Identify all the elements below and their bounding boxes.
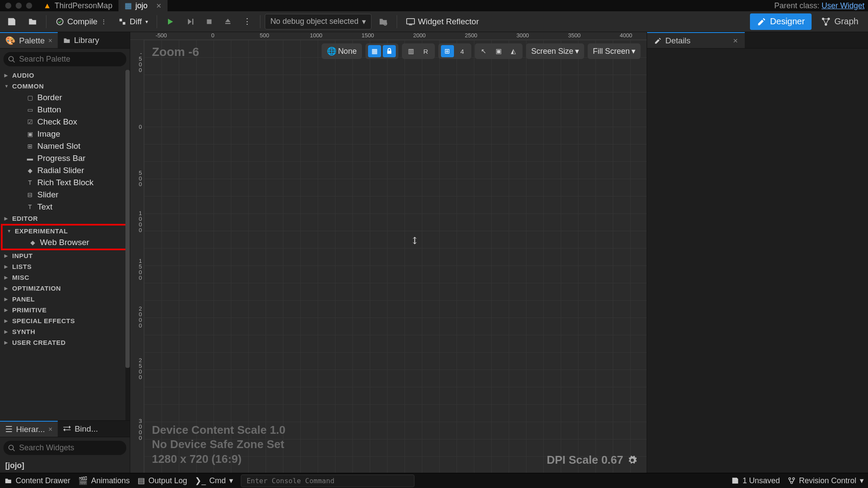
find-button[interactable] (374, 14, 392, 29)
scrollbar-thumb[interactable] (125, 70, 130, 368)
svg-rect-4 (409, 24, 412, 25)
chevron-down-icon[interactable]: ▾ (145, 19, 148, 25)
screen-size-dropdown[interactable]: Screen Size ▾ (526, 43, 584, 59)
minimize-window-dot[interactable] (16, 3, 22, 9)
category-user-created[interactable]: ▶USER CREATED (0, 337, 130, 348)
step-button[interactable] (181, 14, 199, 29)
designer-mode-button[interactable]: Designer (750, 13, 812, 30)
close-icon[interactable]: × (49, 426, 53, 433)
grid-value[interactable]: 4 (456, 45, 469, 57)
tab-library[interactable]: Library (58, 32, 105, 48)
palette-item-text[interactable]: TText (0, 201, 130, 213)
hierarchy-search-input[interactable] (19, 443, 122, 452)
designer-canvas[interactable]: Zoom -6 ⤡ Device Content Scale 1.0 No De… (144, 40, 647, 473)
gear-icon[interactable] (628, 455, 637, 465)
category-optimization[interactable]: ▶OPTIMIZATION (0, 283, 130, 294)
palette-item-rich-text[interactable]: TRich Text Block (0, 177, 130, 189)
cmd-dropdown[interactable]: ❯_ Cmd ▾ (195, 476, 233, 485)
radial-icon: ◆ (26, 167, 34, 174)
chevron-down-icon: ▼ (4, 84, 10, 88)
chevron-right-icon: ▶ (4, 264, 10, 269)
tab-map[interactable]: ▲ ThirdPersonMap (37, 0, 118, 11)
maximize-window-dot[interactable] (26, 3, 32, 9)
preview-group[interactable]: ↖ ▣ ◭ (475, 43, 523, 59)
compile-icon (55, 17, 65, 26)
hierarchy-root[interactable]: [jojo] (0, 459, 130, 473)
window-traffic-lights[interactable] (0, 3, 37, 9)
category-special-effects[interactable]: ▶SPECIAL EFFECTS (0, 315, 130, 326)
diff-icon (118, 17, 127, 26)
parent-class-link[interactable]: User Widget (822, 1, 865, 10)
console-input[interactable] (241, 475, 414, 487)
palette-tree[interactable]: ▶AUDIO ▼COMMON ▢Border ▭Button ☑Check Bo… (0, 70, 130, 351)
category-lists[interactable]: ▶LISTS (0, 261, 130, 272)
triangle-icon[interactable]: ◭ (507, 45, 520, 57)
category-misc[interactable]: ▶MISC (0, 272, 130, 283)
eject-button[interactable] (220, 14, 236, 29)
palette-item-progress-bar[interactable]: ▬Progress Bar (0, 152, 130, 164)
image-preview-icon[interactable]: ▣ (492, 45, 505, 57)
palette-item-radial-slider[interactable]: ◆Radial Slider (0, 164, 130, 177)
palette-item-checkbox[interactable]: ☑Check Box (0, 116, 130, 128)
localization-button[interactable]: 🌐 None (322, 43, 362, 59)
stop-button[interactable] (201, 14, 217, 29)
fill-screen-dropdown[interactable]: Fill Screen ▾ (588, 43, 641, 59)
layout-transform-group[interactable]: ▦ (365, 43, 398, 59)
hierarchy-search[interactable] (3, 441, 126, 455)
tab-hierarchy[interactable]: ☰ Hierar... × (0, 421, 58, 437)
close-icon[interactable]: × (156, 1, 161, 11)
palette-item-slider[interactable]: ⊟Slider (0, 189, 130, 201)
palette-item-button[interactable]: ▭Button (0, 104, 130, 116)
details-label: Details (665, 36, 690, 46)
tab-bindings[interactable]: ⮂ Bind... (58, 421, 103, 437)
tab-widget[interactable]: ▦ jojo × (118, 0, 168, 11)
close-icon[interactable]: × (48, 37, 52, 45)
category-panel[interactable]: ▶PANEL (0, 294, 130, 305)
palette-scrollbar[interactable] (125, 70, 130, 420)
play-options-button[interactable]: ⋮ (239, 14, 256, 29)
palette-search[interactable] (3, 52, 126, 66)
ruler-vertical[interactable]: - 5 0 0 0 5 0 0 1 0 0 0 1 5 0 0 2 0 0 0 … (130, 40, 144, 473)
palette-item-named-slot[interactable]: ⊞Named Slot (0, 140, 130, 152)
animations-button[interactable]: 🎬 Animations (78, 476, 130, 485)
browse-button[interactable] (23, 14, 42, 29)
close-icon[interactable]: × (733, 36, 738, 46)
grid-icon[interactable]: ⊞ (441, 45, 454, 57)
category-synth[interactable]: ▶SYNTH (0, 326, 130, 337)
tab-palette[interactable]: 🎨 Palette × (0, 32, 58, 48)
save-button[interactable] (3, 14, 21, 29)
tab-map-label: ThirdPersonMap (55, 1, 112, 10)
content-drawer-button[interactable]: Content Drawer (4, 476, 70, 485)
drawer-icon (4, 477, 12, 484)
chevron-down-icon[interactable]: ⋮ (101, 19, 106, 25)
debug-object-dropdown[interactable]: No debug object selected ▾ (265, 14, 372, 29)
revision-control-button[interactable]: Revision Control ▾ (788, 476, 864, 485)
category-input[interactable]: ▶INPUT (0, 250, 130, 261)
parent-class: Parent class: User Widget (774, 1, 868, 10)
palette-item-border[interactable]: ▢Border (0, 92, 130, 104)
compile-button[interactable]: Compile ⋮ (51, 14, 111, 29)
tab-details[interactable]: Details × (647, 32, 745, 48)
widget-reflector-button[interactable]: Widget Reflector (401, 14, 483, 29)
respect-locks-group[interactable]: ▥ R (402, 43, 435, 59)
palette-search-input[interactable] (19, 55, 122, 64)
palette-item-image[interactable]: ▣Image (0, 128, 130, 140)
play-button[interactable] (161, 14, 179, 29)
category-editor[interactable]: ▶EDITOR (0, 213, 130, 224)
layout-icon[interactable]: ▥ (404, 45, 418, 57)
grid-snap-group[interactable]: ⊞ 4 (438, 43, 471, 59)
graph-mode-button[interactable]: Graph (814, 13, 865, 30)
cursor-icon[interactable]: ↖ (477, 45, 490, 57)
diff-button[interactable]: Diff ▾ (113, 14, 152, 29)
close-window-dot[interactable] (5, 3, 11, 9)
category-primitive[interactable]: ▶PRIMITIVE (0, 305, 130, 315)
ruler-horizontal[interactable]: -500 0 500 1000 1500 2000 2500 3000 3500… (130, 32, 647, 40)
category-audio[interactable]: ▶AUDIO (0, 70, 130, 81)
dashed-outline-toggle[interactable]: ▦ (368, 45, 381, 57)
category-experimental[interactable]: ▼EXPERIMENTAL (3, 226, 127, 236)
palette-item-web-browser[interactable]: ◆Web Browser (3, 236, 127, 249)
unsaved-button[interactable]: 1 Unsaved (731, 476, 780, 485)
lock-toggle[interactable] (383, 45, 396, 57)
output-log-button[interactable]: ▤ Output Log (138, 476, 187, 485)
category-common[interactable]: ▼COMMON (0, 81, 130, 92)
